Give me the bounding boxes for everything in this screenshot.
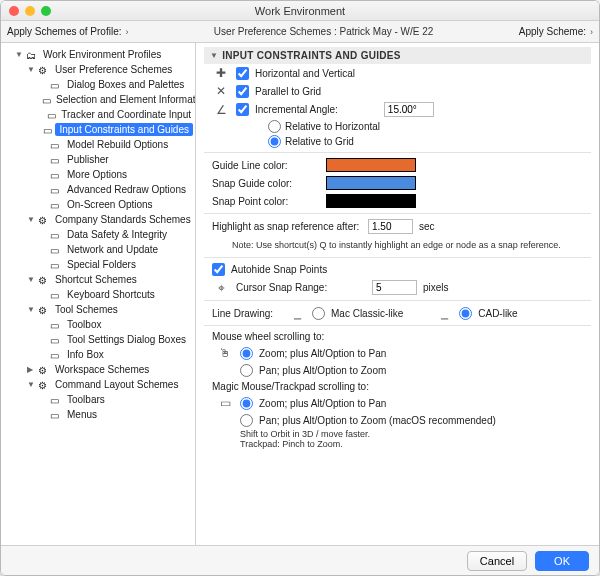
ok-button[interactable]: OK [535,551,589,571]
section-header[interactable]: ▼ INPUT CONSTRAINTS AND GUIDES [204,47,591,64]
content-panel: ▼ INPUT CONSTRAINTS AND GUIDES ✚ Horizon… [196,43,599,545]
more-icon: ▭ [50,170,62,180]
row-guide-line-color: Guide Line color: [204,156,591,174]
cad-line-icon: ⎯ [435,306,453,320]
row-horizontal-vertical: ✚ Horizontal and Vertical [204,64,591,82]
tree-item-data-safety[interactable]: ▭Data Safety & Integrity [39,227,193,242]
cross-axis-icon: ✚ [212,66,230,80]
mac-line-icon: ⎯ [288,306,306,320]
window-icon: ▭ [50,80,62,90]
mouse-icon: 🖱 [216,346,234,360]
window-title: Work Environment [1,5,599,17]
input-snap-range[interactable] [372,280,417,295]
label-mouse-wheel: Mouse wheel scrolling to: [212,331,324,342]
label-mac-classic: Mac Classic-like [331,308,403,319]
radio-mw-zoom[interactable] [240,347,253,360]
label-mm-zoom: Zoom; plus Alt/Option to Pan [259,398,386,409]
row-autohide: Autohide Snap Points [204,261,591,278]
tree-ws[interactable]: ▶⚙Workspace Schemes [27,362,193,377]
tree-ss[interactable]: ▼⚙Shortcut Schemes [27,272,193,287]
label-highlight: Highlight as snap reference after: [212,221,362,232]
tree-item-redraw[interactable]: ▭Advanced Redraw Options [39,182,193,197]
main-area: ▼🗂Work Environment Profiles ▼⚙User Prefe… [1,43,599,545]
radio-mm-zoom[interactable] [240,397,253,410]
tree-item-network[interactable]: ▭Network and Update [39,242,193,257]
sidebar-tree[interactable]: ▼🗂Work Environment Profiles ▼⚙User Prefe… [1,43,196,545]
network-icon: ▭ [50,245,62,255]
tree-ts[interactable]: ▼⚙Tool Schemes [27,302,193,317]
row-mw-pan: Pan; plus Alt/Option to Zoom [204,362,591,379]
tree-root[interactable]: ▼🗂Work Environment Profiles [15,47,193,62]
tree-item-infobox[interactable]: ▭Info Box [39,347,193,362]
row-relative-grid: Relative to Grid [204,134,591,149]
swatch-guide-line[interactable] [326,158,416,172]
radio-mm-pan[interactable] [240,414,253,427]
tree-item-keyboard[interactable]: ▭Keyboard Shortcuts [39,287,193,302]
label-snap-guide: Snap Guide color: [212,178,318,189]
publisher-icon: ▭ [50,155,62,165]
tree-item-menus[interactable]: ▭Menus [39,407,193,422]
tree-item-special-folders[interactable]: ▭Special Folders [39,257,193,272]
tree-ups[interactable]: ▼⚙User Preference Schemes [27,62,193,77]
checkbox-pg[interactable] [236,85,249,98]
xyz-icon: ▭ [47,110,56,120]
radio-rel-horizontal[interactable] [268,120,281,133]
work-environment-window: Work Environment Apply Schemes of Profil… [0,0,600,576]
label-csr: Cursor Snap Range: [236,282,336,293]
checkbox-autohide[interactable] [212,263,225,276]
tree-item-toolbars[interactable]: ▭Toolbars [39,392,193,407]
footer: Cancel OK [1,545,599,575]
apply-profile-dropdown[interactable]: Apply Schemes of Profile: › [7,26,129,37]
redraw-icon: ▭ [50,185,62,195]
tree-cls[interactable]: ▼⚙Command Layout Schemes [27,377,193,392]
input-highlight-delay[interactable] [368,219,413,234]
tree-item-dialog-boxes[interactable]: ▭Dialog Boxes and Palettes [39,77,193,92]
tree-item-publisher[interactable]: ▭Publisher [39,152,193,167]
tree-item-more-options[interactable]: ▭More Options [39,167,193,182]
label-rel-g: Relative to Grid [285,136,354,147]
current-scheme-label: User Preference Schemes : Patrick May - … [129,26,519,37]
tree-item-selection[interactable]: ▭Selection and Element Information [39,92,193,107]
radio-cad-like[interactable] [459,307,472,320]
row-snap-point-color: Snap Point color: [204,192,591,210]
row-highlight-delay: Highlight as snap reference after: sec [204,217,591,236]
swatch-snap-guide[interactable] [326,176,416,190]
radio-rel-grid[interactable] [268,135,281,148]
label-snap-point: Snap Point color: [212,196,318,207]
x-axis-icon: ✕ [212,84,230,98]
input-angle[interactable] [384,102,434,117]
tree-item-input-constraints[interactable]: ▭Input Constraints and Guides [39,122,193,137]
tree-item-model-rebuild[interactable]: ▭Model Rebuild Options [39,137,193,152]
checkbox-ia[interactable] [236,103,249,116]
label-guide-line: Guide Line color: [212,160,318,171]
gear-icon: ⚙ [38,365,50,375]
chevron-down-icon: ▼ [210,51,218,60]
tree-css[interactable]: ▼⚙Company Standards Schemes [27,212,193,227]
note-shortcut: Note: Use shortcut(s) Q to instantly hig… [204,236,591,254]
label-mm-pan: Pan; plus Alt/Option to Zoom (macOS reco… [259,415,496,426]
rebuild-icon: ▭ [50,140,62,150]
angle-icon: ∠ [212,103,230,117]
constraint-icon: ▭ [43,125,52,135]
label-magic-mouse: Magic Mouse/Trackpad scrolling to: [212,381,369,392]
row-cursor-snap-range: ⌖ Cursor Snap Range: pixels [204,278,591,297]
tree-item-tool-settings[interactable]: ▭Tool Settings Dialog Boxes [39,332,193,347]
tree-item-toolbox[interactable]: ▭Toolbox [39,317,193,332]
label-mm-note2: Trackpad: Pinch to Zoom. [204,439,591,449]
gear-icon: ⚙ [38,275,50,285]
radio-mw-pan[interactable] [240,364,253,377]
select-icon: ▭ [42,95,51,105]
titlebar: Work Environment [1,1,599,21]
radio-mac-classic[interactable] [312,307,325,320]
row-magic-mouse-header: Magic Mouse/Trackpad scrolling to: [204,379,591,394]
checkbox-hv[interactable] [236,67,249,80]
gear-icon: ⚙ [38,215,50,225]
row-mouse-wheel-header: Mouse wheel scrolling to: [204,329,591,344]
cancel-button[interactable]: Cancel [467,551,527,571]
tree-item-tracker[interactable]: ▭Tracker and Coordinate Input [39,107,193,122]
swatch-snap-point[interactable] [326,194,416,208]
apply-scheme-dropdown[interactable]: Apply Scheme: › [519,26,593,37]
chevron-right-icon: › [590,27,593,37]
row-mm-zoom: ▭ Zoom; plus Alt/Option to Pan [204,394,591,412]
tree-item-onscreen[interactable]: ▭On-Screen Options [39,197,193,212]
